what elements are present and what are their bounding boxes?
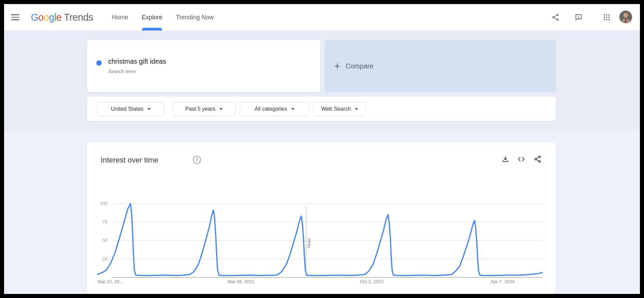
google-trends-page: Google Trends Home Explore Trending Now [4, 4, 640, 294]
chevron-down-icon [147, 108, 151, 110]
series-color-dot [96, 60, 102, 66]
menu-icon[interactable] [11, 13, 19, 21]
embed-icon[interactable] [515, 153, 527, 165]
filter-bar: United States Past 5 years All categorie… [87, 97, 556, 121]
x-axis-tick: Apr 7, 2024 [491, 279, 515, 284]
y-axis-tick: 75 [90, 219, 107, 225]
app-logo[interactable]: Google Trends [31, 4, 93, 30]
trend-chart-svg [92, 194, 548, 279]
chart-title: Interest over time [101, 156, 158, 165]
note-marker-label[interactable]: Note [306, 232, 311, 248]
interest-over-time-card: Interest over time ? [87, 142, 556, 294]
y-axis-tick: 100 [90, 201, 107, 206]
active-tab-underline [142, 28, 162, 30]
x-axis-tick: Mar 28, 2021 [227, 279, 255, 284]
compare-label: Compare [346, 62, 374, 70]
results-section: Interest over time ? [4, 131, 640, 294]
x-axis-tick: Oct 2, 2022 [360, 279, 384, 284]
filter-category-dropdown[interactable]: All categories [240, 102, 309, 116]
app-header: Google Trends Home Explore Trending Now [4, 4, 640, 30]
logo-suffix: Trends [64, 12, 93, 23]
search-term-type: Search term [108, 68, 136, 74]
chevron-down-icon [291, 108, 295, 110]
query-section: christmas gift ideas Search term + Compa… [4, 30, 640, 131]
search-term-text: christmas gift ideas [108, 58, 166, 65]
filter-searchtype-dropdown[interactable]: Web Search [314, 102, 366, 116]
screenshot-frame: Google Trends Home Explore Trending Now [0, 0, 644, 298]
chevron-down-icon [219, 108, 223, 110]
logo-google: Google [31, 12, 62, 23]
apps-grid-icon[interactable] [600, 10, 613, 24]
feedback-icon[interactable] [572, 10, 585, 24]
help-icon[interactable]: ? [193, 156, 201, 164]
tab-home[interactable]: Home [112, 4, 128, 30]
x-axis-tick: Sep 22, 20… [97, 279, 124, 284]
tab-explore[interactable]: Explore [142, 4, 162, 30]
filter-region-dropdown[interactable]: United States [97, 102, 164, 116]
avatar[interactable] [619, 10, 632, 23]
share-icon[interactable] [549, 10, 562, 24]
search-term-card[interactable]: christmas gift ideas Search term [87, 40, 320, 92]
tab-trending-now[interactable]: Trending Now [176, 4, 214, 30]
y-axis-tick: 50 [90, 238, 107, 243]
plus-icon: + [334, 61, 340, 71]
filter-timerange-dropdown[interactable]: Past 5 years [173, 102, 236, 116]
main-nav: Home Explore Trending Now [112, 4, 214, 30]
y-axis-tick: 25 [90, 256, 107, 261]
download-icon[interactable] [499, 153, 511, 165]
share-icon[interactable] [531, 153, 544, 165]
add-comparison-button[interactable]: + Compare [325, 40, 556, 92]
chevron-down-icon [355, 108, 358, 110]
